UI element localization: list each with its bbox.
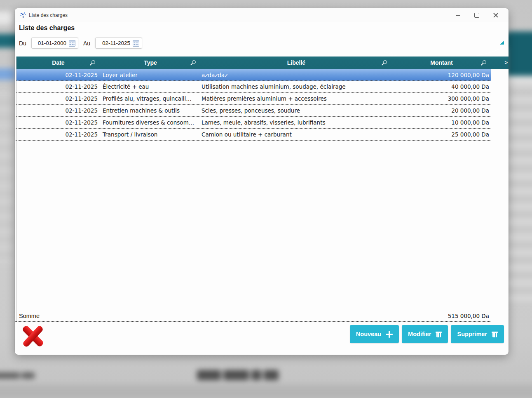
background-button-blob xyxy=(0,12,13,25)
page-title: Liste des charges xyxy=(19,24,75,32)
from-date-input[interactable]: 01-01-2000 xyxy=(31,38,78,49)
window-title: Liste des charges xyxy=(29,8,68,22)
trash-icon xyxy=(492,331,498,337)
table-row[interactable]: 02-11-2025Loyer atelierazdazdaz120 000,0… xyxy=(16,69,491,81)
maximize-icon xyxy=(474,13,479,18)
screen: Liste des charges Liste des charges Du 0… xyxy=(0,0,532,398)
summary-label: Somme xyxy=(16,313,40,319)
cell-date: 02-11-2025 xyxy=(16,72,100,78)
plus-icon xyxy=(386,331,393,338)
cell-libelle: Lames, meule, abrasifs, visseries, lubri… xyxy=(201,119,392,126)
row-tick xyxy=(15,117,16,117)
button-label: Modifier xyxy=(408,331,431,337)
column-header-extra: > xyxy=(491,57,509,69)
cell-date: 02-11-2025 xyxy=(16,95,100,102)
blurred-text-blob xyxy=(197,370,221,380)
blurred-text-blob xyxy=(223,370,249,380)
cell-date: 02-11-2025 xyxy=(16,119,100,126)
column-label: Date xyxy=(52,59,64,66)
row-tick xyxy=(15,129,16,129)
column-label: Type xyxy=(144,59,157,66)
cell-montant: 20 000,00 Da xyxy=(392,107,491,114)
supprimer-button[interactable]: Supprimer xyxy=(451,325,504,343)
table-row[interactable]: 02-11-2025Fournitures diverses & consom…… xyxy=(16,117,491,129)
charges-dialog-window: Liste des charges Liste des charges Du 0… xyxy=(15,8,509,355)
row-tick xyxy=(15,141,16,141)
cell-libelle: Matières premières aluminium + accessoir… xyxy=(201,95,392,102)
nouveau-button[interactable]: Nouveau xyxy=(350,325,399,343)
row-tick xyxy=(15,321,16,322)
cell-type: Transport / livraison xyxy=(100,131,201,138)
cell-type: Profilés alu, vitrages, quincaill… xyxy=(100,95,201,102)
background-stripes-right xyxy=(505,81,532,304)
table-body: 02-11-2025Loyer atelierazdazdaz120 000,0… xyxy=(16,69,491,141)
summary-row: Somme 515 000,00 Da xyxy=(16,310,491,322)
cell-type: Loyer atelier xyxy=(100,72,201,78)
column-resize-icon[interactable] xyxy=(390,52,393,57)
chevron-right-icon[interactable]: > xyxy=(504,59,508,66)
cell-libelle: azdazdaz xyxy=(201,72,392,78)
cell-libelle: Scies, presses, ponceuses, soudure xyxy=(201,107,392,114)
to-date-input[interactable]: 02-11-2025 xyxy=(95,38,142,49)
cell-montant: 40 000,00 Da xyxy=(392,83,491,90)
cell-date: 02-11-2025 xyxy=(16,131,100,138)
cell-montant: 25 000,00 Da xyxy=(392,131,491,138)
search-icon[interactable] xyxy=(91,60,95,64)
calendar-icon[interactable] xyxy=(69,40,75,47)
column-resize-icon[interactable] xyxy=(199,52,202,57)
blurred-text-blob xyxy=(251,370,261,380)
search-icon[interactable] xyxy=(483,60,486,64)
cell-type: Électricité + eau xyxy=(100,83,201,90)
button-label: Supprimer xyxy=(457,331,487,337)
cell-montant: 120 000,00 Da xyxy=(392,72,491,78)
close-icon xyxy=(493,13,498,18)
row-tick xyxy=(15,93,16,93)
search-icon[interactable] xyxy=(383,60,387,64)
close-button[interactable] xyxy=(486,8,505,22)
cell-type: Fournitures diverses & consom… xyxy=(100,119,201,126)
column-label: Libellé xyxy=(287,59,305,66)
row-tick xyxy=(15,81,16,81)
trash-icon xyxy=(436,331,442,337)
panel-expander-triangle[interactable] xyxy=(500,41,504,45)
background-teal-blob xyxy=(506,31,532,78)
summary-value: 515 000,00 Da xyxy=(448,313,491,319)
to-date-value: 02-11-2025 xyxy=(102,40,130,46)
blurred-text-blob xyxy=(21,372,35,379)
app-icon xyxy=(20,12,26,19)
cell-type: Entretien machines & outils xyxy=(100,107,201,114)
modifier-button[interactable]: Modifier xyxy=(402,325,448,343)
date-filter-row: Du 01-01-2000 Au 02-11-2025 xyxy=(19,38,142,49)
cell-date: 02-11-2025 xyxy=(16,107,100,114)
column-header-date[interactable]: Date xyxy=(16,57,100,69)
search-icon[interactable] xyxy=(192,60,196,64)
table-row[interactable]: 02-11-2025Électricité + eauUtilisation m… xyxy=(16,81,491,93)
column-header-libelle[interactable]: Libellé xyxy=(201,57,392,69)
resize-grip[interactable] xyxy=(503,347,507,352)
cell-montant: 300 000,00 Da xyxy=(392,95,491,102)
column-header-montant[interactable]: Montant xyxy=(392,57,491,69)
blurred-text-blob xyxy=(0,372,20,379)
table-header: Date Type Libellé Montant > xyxy=(16,57,509,69)
table-row[interactable]: 02-11-2025Transport / livraisonCamion ou… xyxy=(16,129,491,141)
column-header-type[interactable]: Type xyxy=(100,57,201,69)
to-date-label: Au xyxy=(83,40,90,47)
row-tick xyxy=(15,69,16,69)
row-tick xyxy=(15,310,16,310)
blurred-text-blob xyxy=(264,370,279,380)
table-row[interactable]: 02-11-2025Entretien machines & outilsSci… xyxy=(16,105,491,117)
from-date-value: 01-01-2000 xyxy=(38,40,66,46)
calendar-icon[interactable] xyxy=(133,40,139,47)
action-buttons: Nouveau Modifier Supprimer xyxy=(350,325,504,343)
table-row[interactable]: 02-11-2025Profilés alu, vitrages, quinca… xyxy=(16,93,491,105)
button-label: Nouveau xyxy=(356,331,381,337)
column-label: Montant xyxy=(430,59,452,66)
column-resize-icon[interactable] xyxy=(17,52,20,57)
minimize-icon xyxy=(456,15,460,16)
cell-date: 02-11-2025 xyxy=(16,83,100,90)
row-tick xyxy=(15,105,16,105)
cancel-red-x-icon[interactable] xyxy=(21,325,45,348)
cell-montant: 10 000,00 Da xyxy=(392,119,491,126)
background-stripes-left xyxy=(0,91,15,264)
background-bottom-band xyxy=(0,385,532,398)
